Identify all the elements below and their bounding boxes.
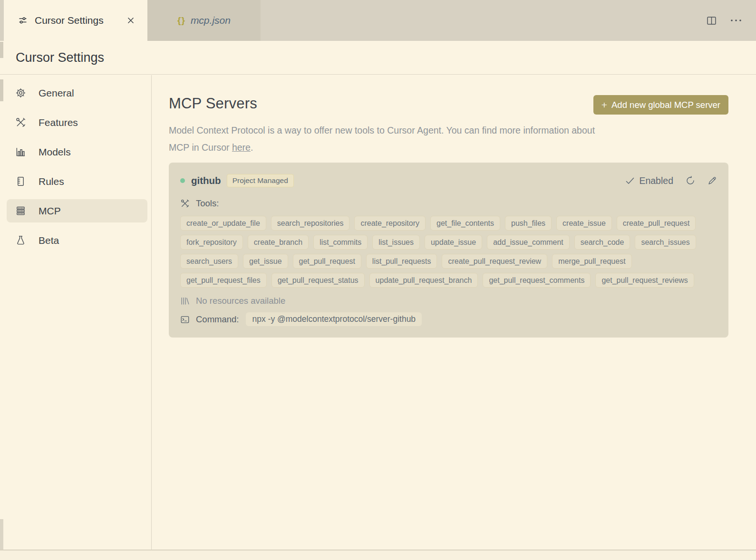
server-card-actions: Enabled: [626, 175, 717, 186]
tool-tag: create_branch: [248, 235, 309, 250]
server-status-dot: [180, 178, 185, 183]
enabled-label: Enabled: [639, 175, 673, 186]
tools-row: Tools:: [180, 198, 717, 209]
tab-label: mcp.json: [191, 15, 231, 26]
document-icon: [15, 176, 26, 187]
bar-chart-icon: [15, 146, 26, 157]
tool-tag: create_issue: [556, 216, 612, 231]
ellipsis-icon[interactable]: [730, 19, 742, 22]
sidebar-item-label: Beta: [39, 235, 59, 246]
add-global-mcp-server-button[interactable]: + Add new global MCP server: [593, 95, 728, 115]
heading-row: MCP Servers + Add new global MCP server: [169, 95, 728, 115]
tool-tag: get_pull_request_comments: [483, 273, 591, 288]
tool-tag: list_issues: [372, 235, 420, 250]
command-label: Command:: [196, 314, 239, 325]
tools-tag-list: create_or_update_file search_repositorie…: [180, 216, 717, 288]
tab-bar-actions: [707, 0, 756, 41]
tools-icon: [180, 199, 190, 208]
sidebar-item-label: Models: [39, 146, 71, 158]
cursor-settings-window: Cursor Settings {} mcp.json: [0, 0, 756, 560]
tool-tag: merge_pull_request: [552, 254, 631, 269]
page-header: Cursor Settings: [0, 41, 756, 75]
tool-tag: update_issue: [425, 235, 482, 250]
sidebar-item-beta[interactable]: Beta: [7, 229, 147, 252]
tool-tag: list_commits: [313, 235, 368, 250]
left-edge-sliver: [0, 519, 3, 550]
enabled-toggle[interactable]: Enabled: [626, 175, 673, 186]
description-line-2: MCP in Cursor here.: [169, 139, 728, 156]
tool-tag: search_issues: [635, 235, 696, 250]
tool-tag: create_pull_request_review: [442, 254, 547, 269]
sidebar-item-mcp[interactable]: MCP: [7, 199, 147, 222]
server-stack-icon: [15, 205, 26, 216]
tool-tag: update_pull_request_branch: [369, 273, 478, 288]
bottom-panel-edge: [0, 550, 756, 560]
mcp-server-card-github: github Project Managed Enabled: [169, 163, 728, 338]
gear-icon: [15, 87, 26, 98]
tool-tag: get_pull_request_reviews: [595, 273, 694, 288]
sidebar-item-features[interactable]: Features: [7, 111, 147, 134]
tools-icon: [15, 117, 26, 128]
sidebar-item-label: Features: [39, 117, 78, 128]
tool-tag: get_file_contents: [430, 216, 500, 231]
tool-tag: get_pull_request: [293, 254, 361, 269]
tab-cursor-settings[interactable]: Cursor Settings: [4, 0, 147, 41]
json-braces-icon: {}: [177, 15, 185, 26]
tool-tag: get_pull_request_files: [180, 273, 267, 288]
mcp-description: Model Context Protocol is a way to offer…: [169, 122, 728, 156]
check-icon: [626, 177, 634, 184]
sidebar-item-general[interactable]: General: [7, 81, 147, 105]
sidebar-item-label: Rules: [39, 176, 64, 187]
tab-mcp-json[interactable]: {} mcp.json: [147, 0, 261, 41]
settings-sidebar: General Features: [0, 75, 152, 550]
sidebar-item-label: MCP: [39, 205, 61, 217]
tool-tag: fork_repository: [180, 235, 243, 250]
server-card-header: github Project Managed Enabled: [180, 174, 717, 187]
tool-tag: add_issue_comment: [487, 235, 570, 250]
left-edge-sliver: [0, 79, 3, 101]
add-button-label: Add new global MCP server: [611, 100, 720, 110]
resources-text: No resources available: [196, 296, 285, 306]
sliders-icon: [18, 16, 28, 25]
flask-icon: [15, 235, 26, 246]
tool-tag: list_pull_requests: [366, 254, 437, 269]
mcp-settings-panel: MCP Servers + Add new global MCP server …: [152, 75, 756, 550]
tool-tag: search_repositories: [271, 216, 350, 231]
editor-tab-bar: Cursor Settings {} mcp.json: [0, 0, 756, 41]
split-editor-icon[interactable]: [707, 17, 716, 25]
tool-tag: search_code: [574, 235, 630, 250]
page-title: MCP Servers: [169, 95, 257, 112]
plus-icon: +: [601, 99, 607, 111]
tool-tag: get_pull_request_status: [271, 273, 365, 288]
server-name: github: [191, 175, 221, 186]
resources-row: No resources available: [180, 296, 717, 306]
tool-tag: create_or_update_file: [180, 216, 266, 231]
library-icon: [180, 296, 190, 306]
edit-pencil-icon[interactable]: [708, 176, 717, 185]
sidebar-item-models[interactable]: Models: [7, 140, 147, 164]
settings-body: General Features: [0, 75, 756, 550]
sidebar-item-label: General: [39, 87, 74, 99]
tool-tag: push_files: [505, 216, 552, 231]
tool-tag: create_repository: [354, 216, 426, 231]
here-link[interactable]: here: [232, 142, 251, 153]
command-row: Command: npx -y @modelcontextprotocol/se…: [180, 312, 717, 326]
refresh-icon[interactable]: [686, 176, 695, 185]
close-icon[interactable]: [126, 15, 136, 26]
left-edge-sliver: [0, 42, 3, 58]
tool-tag: search_users: [180, 254, 238, 269]
command-value: npx -y @modelcontextprotocol/server-gith…: [246, 312, 422, 326]
tool-tag: get_issue: [243, 254, 288, 269]
tool-tag: create_pull_request: [617, 216, 696, 231]
tab-label: Cursor Settings: [35, 15, 104, 26]
sidebar-item-rules[interactable]: Rules: [7, 170, 147, 193]
terminal-icon: [180, 315, 190, 324]
description-line-1: Model Context Protocol is a way to offer…: [169, 122, 728, 139]
page-header-title: Cursor Settings: [16, 50, 104, 65]
tools-label: Tools:: [196, 198, 219, 209]
project-managed-badge: Project Managed: [227, 174, 294, 187]
